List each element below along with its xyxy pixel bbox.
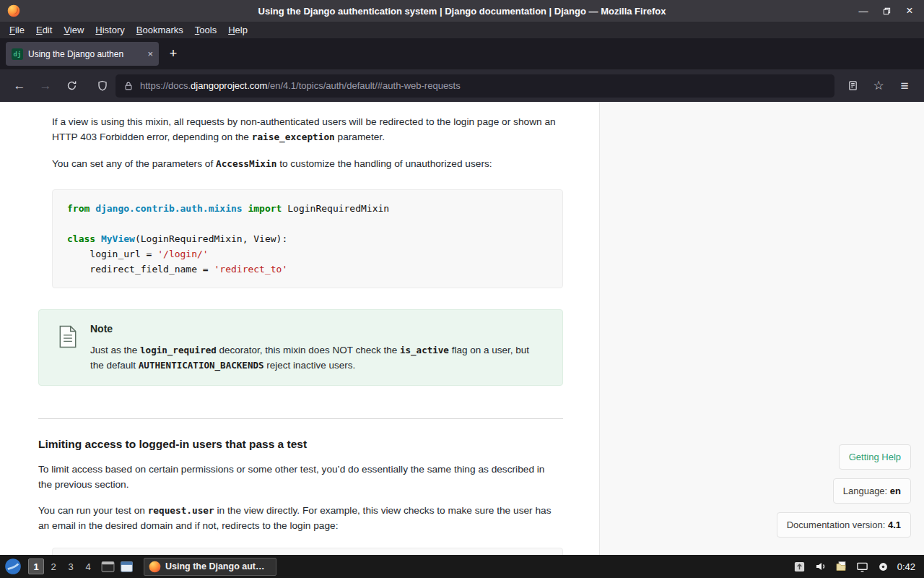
navigation-toolbar: ← → https://docs.djangoproject.com/en/4.…: [0, 69, 924, 102]
menu-tools[interactable]: Tools: [190, 23, 222, 37]
menubar: File Edit View History Bookmarks Tools H…: [0, 22, 924, 38]
tab-title: Using the Django authen: [28, 49, 142, 59]
page-content: If a view is using this mixin, all reque…: [0, 102, 924, 555]
clock[interactable]: 0:42: [897, 561, 915, 572]
paragraph-limit-access: To limit access based on certain permiss…: [38, 462, 558, 492]
version-value: 4.1: [888, 519, 901, 530]
workspace-4[interactable]: 4: [80, 558, 96, 574]
new-tab-button[interactable]: +: [163, 44, 183, 64]
language-label: Language:: [843, 486, 890, 496]
taskbar: 1 2 3 4 Using the Django aut…: [0, 555, 924, 578]
taskbar-window-firefox[interactable]: Using the Django aut…: [144, 558, 276, 576]
maximize-button[interactable]: [878, 3, 895, 19]
code-line: login_url = '/login/': [67, 246, 548, 262]
section-divider: [38, 418, 563, 419]
menu-history[interactable]: History: [90, 23, 129, 37]
workspace-1[interactable]: 1: [28, 558, 44, 574]
menu-file[interactable]: File: [4, 23, 30, 37]
url-path: /en/4.1/topics/auth/default/#auth-web-re…: [267, 80, 460, 91]
applications-menu-icon[interactable]: [4, 557, 22, 576]
display-icon[interactable]: [856, 560, 869, 573]
language-selector[interactable]: Language: en: [833, 478, 911, 504]
software-updater-icon[interactable]: [793, 560, 806, 573]
url-bar[interactable]: https://docs.djangoproject.com/en/4.1/to…: [116, 74, 834, 98]
window-title: Using the Django authentication system |…: [258, 6, 666, 17]
menu-bookmarks[interactable]: Bookmarks: [131, 23, 188, 37]
doc-main-column: If a view is using this mixin, all reque…: [0, 102, 599, 555]
note-admonition: Note Just as the login_required decorato…: [38, 309, 563, 386]
version-label: Documentation version:: [787, 519, 888, 530]
paragraph-accessmixin: You can set any of the parameters of Acc…: [52, 156, 566, 171]
close-button[interactable]: ×: [901, 3, 918, 19]
firefox-logo-icon: [7, 4, 20, 17]
url-prefix: https://docs.: [140, 80, 191, 91]
bookmark-star-icon[interactable]: ☆: [866, 74, 891, 98]
language-value: en: [890, 486, 901, 496]
reload-button[interactable]: [59, 74, 84, 98]
sidebar-column: Getting Help Language: en Documentation …: [599, 102, 924, 555]
note-body: Just as the login_required decorator, th…: [90, 342, 539, 373]
code-line: [67, 216, 548, 231]
tab-bar: dj Using the Django authen × +: [0, 38, 924, 69]
menu-edit[interactable]: Edit: [31, 23, 57, 37]
url-text: https://docs.djangoproject.com/en/4.1/to…: [140, 80, 461, 91]
minimize-button[interactable]: —: [855, 3, 872, 19]
doc-floating-buttons: Getting Help Language: en Documentation …: [777, 444, 911, 538]
forward-button[interactable]: →: [33, 74, 58, 98]
code-line: from django.contrib.auth.mixins import L…: [67, 201, 548, 216]
tab-django-docs[interactable]: dj Using the Django authen ×: [6, 42, 159, 66]
app-menu-button[interactable]: ≡: [892, 74, 917, 98]
section-heading: Limiting access to logged-in users that …: [38, 436, 599, 452]
terminal-window-icon[interactable]: [100, 559, 115, 574]
taskbar-window-label: Using the Django aut…: [165, 561, 265, 571]
workspace-2[interactable]: 2: [45, 558, 61, 574]
workspace-3[interactable]: 3: [63, 558, 79, 574]
code-line: class MyView(LoginRequiredMixin, View):: [67, 231, 548, 246]
code-block-loginrequiredmixin: from django.contrib.auth.mixins import L…: [52, 189, 563, 288]
back-button[interactable]: ←: [7, 74, 32, 98]
note-document-icon: [58, 325, 77, 373]
url-domain: djangoproject.com: [191, 80, 267, 91]
menu-view[interactable]: View: [58, 23, 89, 37]
system-tray: [793, 560, 890, 573]
tab-close-icon[interactable]: ×: [147, 48, 153, 59]
paragraph-mixin-redirect: If a view is using this mixin, all reque…: [52, 114, 566, 144]
note-title: Note: [90, 323, 539, 335]
django-favicon-icon: dj: [12, 48, 23, 60]
getting-help-link[interactable]: Getting Help: [839, 444, 911, 470]
clipboard-files-icon[interactable]: [835, 560, 848, 573]
paragraph-run-test: You can run your test on request.user in…: [38, 503, 552, 533]
doc-version-selector[interactable]: Documentation version: 4.1: [777, 512, 911, 538]
code-block-partial: [52, 548, 563, 555]
titlebar[interactable]: Using the Django authentication system |…: [0, 0, 924, 22]
firefox-window: Using the Django authentication system |…: [0, 0, 924, 578]
code-line: redirect_field_name = 'redirect_to': [67, 262, 548, 277]
volume-icon[interactable]: [814, 560, 827, 573]
workspace-switcher: 1 2 3 4: [28, 558, 96, 574]
lock-icon[interactable]: [123, 81, 134, 91]
menu-help[interactable]: Help: [223, 23, 253, 37]
indicator-circle-icon[interactable]: [877, 560, 890, 573]
file-manager-window-icon[interactable]: [119, 559, 134, 574]
reader-view-icon[interactable]: [840, 74, 865, 98]
tracking-protection-shield-icon[interactable]: [92, 74, 113, 98]
firefox-taskbar-icon: [149, 561, 161, 573]
